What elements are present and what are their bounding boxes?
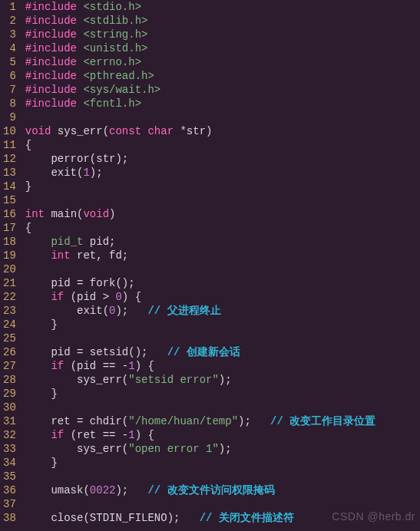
line-number-gutter: 1234567891011121314151617181920212223242… — [0, 0, 21, 531]
code-line[interactable]: void sys_err(const char *str) — [25, 124, 415, 138]
token: ) { — [135, 360, 154, 372]
token: if — [51, 360, 64, 372]
line-number: 23 — [3, 304, 16, 318]
line-number: 17 — [3, 221, 16, 235]
line-number: 37 — [3, 497, 16, 511]
code-line[interactable] — [25, 497, 415, 511]
token: { — [25, 222, 31, 234]
token: (pid == - — [64, 360, 128, 372]
token: 1 — [128, 360, 134, 372]
token — [25, 249, 51, 262]
token: sys_err( — [25, 443, 128, 455]
code-line[interactable]: close(STDIN_FILENO); // 关闭文件描述符 — [25, 511, 415, 525]
code-line[interactable]: } — [25, 318, 415, 331]
line-number: 22 — [3, 290, 16, 304]
code-line[interactable]: pid = setsid(); // 创建新会话 — [25, 345, 415, 359]
code-line[interactable]: #include <stdio.h> — [25, 0, 415, 14]
token: } — [25, 180, 31, 193]
line-number: 32 — [3, 428, 16, 442]
token: ) { — [135, 429, 154, 441]
token: } — [25, 388, 58, 400]
token: "setsid error" — [128, 374, 219, 386]
token: pid = setsid(); — [25, 346, 167, 358]
code-line[interactable] — [25, 193, 415, 207]
line-number: 21 — [3, 276, 16, 290]
code-line[interactable]: #include <unistd.h> — [25, 41, 415, 55]
token: int — [25, 208, 45, 220]
code-editor[interactable]: 1234567891011121314151617181920212223242… — [0, 0, 420, 531]
code-line[interactable]: #include <pthread.h> — [25, 69, 415, 83]
code-area[interactable]: #include <stdio.h>#include <stdlib.h>#in… — [21, 0, 420, 531]
token: #include — [25, 15, 84, 27]
code-line[interactable]: pid = fork(); — [25, 276, 415, 290]
code-line[interactable]: #include <string.h> — [25, 28, 415, 41]
code-line[interactable]: } — [25, 456, 415, 470]
code-line[interactable]: #include <fcntl.h> — [25, 97, 415, 110]
token: <pthread.h> — [83, 70, 154, 82]
token: pid_t — [51, 236, 83, 248]
token: *str) — [174, 125, 212, 137]
code-line[interactable]: sys_err("open error 1"); — [25, 442, 415, 456]
token: <unistd.h> — [83, 42, 147, 54]
code-line[interactable]: #include <errno.h> — [25, 55, 415, 69]
token — [25, 291, 51, 303]
line-number: 27 — [3, 359, 16, 373]
token: <stdio.h> — [83, 1, 141, 13]
code-line[interactable]: exit(1); — [25, 166, 415, 180]
code-line[interactable]: ret = chdir("/home/huan/temp"); // 改变工作目… — [25, 414, 415, 428]
token: #include — [25, 56, 84, 68]
code-line[interactable]: } — [25, 387, 415, 401]
code-line[interactable]: int ret, fd; — [25, 249, 415, 262]
code-line[interactable]: sys_err("setsid error"); — [25, 373, 415, 387]
line-number: 31 — [3, 414, 16, 428]
code-line[interactable]: } — [25, 180, 415, 193]
token: ); — [219, 374, 232, 386]
line-number: 29 — [3, 387, 16, 401]
token: sys_err( — [25, 374, 128, 386]
code-line[interactable] — [25, 331, 415, 345]
token: ret = chdir( — [25, 415, 128, 427]
code-line[interactable]: #include <stdlib.h> — [25, 14, 415, 28]
code-line[interactable] — [25, 262, 415, 276]
token: int — [51, 249, 70, 262]
token: <fcntl.h> — [83, 97, 141, 110]
line-number: 15 — [3, 193, 16, 207]
token: exit( — [25, 305, 109, 317]
token: ret, fd; — [71, 249, 129, 262]
code-line[interactable]: { — [25, 221, 415, 235]
line-number: 9 — [3, 110, 16, 124]
token: close(STDIN_FILENO); — [25, 512, 200, 524]
token: // 改变文件访问权限掩码 — [147, 484, 274, 496]
code-line[interactable]: #include <sys/wait.h> — [25, 83, 415, 97]
code-line[interactable]: pid_t pid; — [25, 235, 415, 249]
token: umask( — [25, 484, 90, 496]
code-line[interactable] — [25, 401, 415, 414]
code-line[interactable] — [25, 110, 415, 124]
line-number: 19 — [3, 249, 16, 262]
code-line[interactable]: { — [25, 138, 415, 152]
code-line[interactable]: exit(0); // 父进程终止 — [25, 304, 415, 318]
code-line[interactable] — [25, 470, 415, 483]
code-line[interactable]: int main(void) — [25, 207, 415, 221]
code-line[interactable]: if (pid == -1) { — [25, 359, 415, 373]
token: // 创建新会话 — [167, 346, 240, 358]
token: 1 — [128, 429, 134, 441]
line-number: 35 — [3, 470, 16, 483]
token: ) { — [122, 291, 141, 303]
line-number: 18 — [3, 235, 16, 249]
line-number: 6 — [3, 69, 16, 83]
line-number: 36 — [3, 483, 16, 497]
code-line[interactable]: umask(0022); // 改变文件访问权限掩码 — [25, 483, 415, 497]
token: <sys/wait.h> — [83, 84, 160, 96]
code-line[interactable]: if (ret == -1) { — [25, 428, 415, 442]
token — [25, 429, 51, 441]
line-number: 38 — [3, 511, 16, 525]
line-number: 24 — [3, 318, 16, 331]
code-line[interactable]: perror(str); — [25, 152, 415, 166]
token: void — [25, 125, 51, 137]
code-line[interactable]: if (pid > 0) { — [25, 290, 415, 304]
token: 1 — [83, 167, 89, 179]
token: #include — [25, 28, 84, 41]
token: <errno.h> — [83, 56, 141, 68]
line-number: 34 — [3, 456, 16, 470]
